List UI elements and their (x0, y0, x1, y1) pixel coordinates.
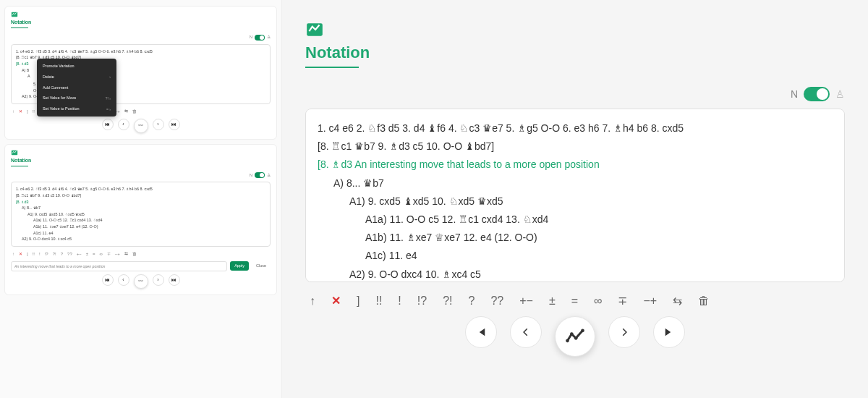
comment-input[interactable]: An interesting move that leads to a more… (11, 261, 227, 271)
skip-end-icon (663, 326, 676, 339)
annot-exclaim[interactable]: ! (398, 295, 401, 308)
thumb-nav-next[interactable]: › (153, 274, 164, 286)
thumb-var1[interactable]: [8. ♖c1 ♛b7 9. ♗d3 c5 10. O-O ♝bd7] (16, 192, 265, 199)
nav-row (305, 316, 845, 357)
thumb-var2[interactable]: [8. ♗d3 (16, 199, 265, 206)
svg-point-3 (566, 339, 569, 343)
svg-point-4 (570, 332, 574, 336)
annot-unclear[interactable]: ∞ (594, 295, 602, 308)
thumb-nav-last[interactable]: ⏭ (169, 274, 180, 286)
logo-icon (305, 20, 324, 39)
thumb-nav-first[interactable]: ⏮ (102, 119, 114, 130)
thumb-A1c[interactable]: A1c) 11. e4 (16, 230, 265, 237)
ctx-add-comment[interactable]: Add Comment (37, 82, 116, 93)
ctx-set-value-move[interactable]: Set Value for Move?! › (37, 93, 116, 103)
toggle-label-n: N (791, 88, 798, 100)
annot-equal[interactable]: = (571, 295, 578, 308)
annot-double-exclaim[interactable]: !! (375, 295, 382, 308)
skip-start-icon (475, 326, 488, 339)
annot-blunder[interactable]: ?? (490, 295, 503, 308)
thumbnails-column: Notation N♙ 1. c4 e6 2. ♘f3 d5 3. d4 ♝f6… (0, 0, 282, 398)
thumb-A1[interactable]: A1) 9. cxd5 ♝xd5 10. ♘xd5 ♛xd5 (16, 211, 265, 218)
nav-analysis-button[interactable] (555, 316, 595, 357)
thumb-A[interactable]: A) 8... ♛b7 (16, 205, 265, 211)
svg-point-5 (574, 336, 578, 340)
page-title: Notation (305, 43, 845, 62)
thumb-nav-prev[interactable]: ‹ (118, 274, 129, 286)
ctx-delete[interactable]: Delete› (37, 72, 116, 82)
notation-box[interactable]: 1. c4 e6 2. ♘f3 d5 3. d4 ♝f6 4. ♘c3 ♛e7 … (305, 109, 845, 282)
svg-point-6 (581, 329, 584, 333)
analysis-icon (565, 326, 585, 347)
title-underline (305, 67, 359, 68)
thumb-title: Notation (11, 156, 271, 164)
figurine-toggle-row: N ♙ (305, 87, 845, 101)
figurine-toggle[interactable] (804, 87, 830, 101)
logo-icon (11, 149, 18, 156)
nav-next-button[interactable] (608, 316, 640, 348)
thumb-nav-analysis[interactable]: 〰 (134, 119, 148, 133)
ctx-promote-variation[interactable]: Promote Variation (37, 61, 116, 72)
thumb-toggle[interactable] (255, 172, 265, 178)
annot-mistake[interactable]: ? (468, 295, 475, 308)
thumb-nav-analysis[interactable]: 〰 (134, 274, 148, 289)
thumbnail-notation-contextmenu: Notation N♙ 1. c4 e6 2. ♘f3 d5 3. d4 ♝f6… (4, 6, 277, 140)
nav-first-button[interactable] (465, 316, 497, 348)
thumb-nav-prev[interactable]: ‹ (118, 119, 129, 130)
thumb-nav-last[interactable]: ⏭ (169, 119, 180, 130)
nav-prev-button[interactable] (510, 316, 542, 348)
annotation-row: ↑ ✕ ] !! ! !? ?! ? ?? +− ± = ∞ ∓ −+ ⇆ 🗑 (310, 294, 841, 308)
thumbnail-notation-comment: Notation N♙ 1. c4 e6 2. ♘f3 d5 3. d4 ♝f6… (4, 144, 277, 295)
thumb-mainline[interactable]: 1. c4 e6 2. ♘f3 d5 3. d4 ♝f6 4. ♘c3 ♛e7 … (16, 48, 265, 55)
move-mainline[interactable]: 1. c4 e6 2. ♘f3 d5 3. d4 ♝f6 4. ♘c3 ♛e7 … (318, 119, 833, 137)
thumb-annot-row: ↑ ✕ ] !! ! !? ?! ? ?? +− ± = ∞ ∓ −+ ⇆ 🗑 (12, 251, 271, 258)
annot-delete-icon[interactable]: ✕ (331, 294, 341, 308)
move-var2[interactable]: [8. ♗d3 An interesting move that leads t… (318, 156, 833, 174)
annot-close-bracket[interactable]: ] (357, 295, 359, 308)
annot-up-arrow-icon[interactable]: ↑ (310, 295, 315, 308)
move-A1c[interactable]: A1c) 11. e4 (318, 247, 833, 265)
annot-dubious[interactable]: ?! (443, 295, 452, 308)
annot-swap-icon[interactable]: ⇆ (673, 294, 682, 308)
move-A2[interactable]: A2) 9. O-O dxc4 10. ♗xc4 c5 (318, 266, 833, 283)
thumb-nav-first[interactable]: ⏮ (102, 274, 114, 286)
chevron-right-icon (619, 327, 629, 337)
thumb-toggle[interactable] (255, 35, 265, 41)
chevron-left-icon (521, 327, 531, 337)
ctx-set-value-position[interactable]: Set Value to Position= › (37, 103, 116, 114)
move-A[interactable]: A) 8... ♛b7 (318, 174, 833, 192)
thumb-mainline[interactable]: 1. c4 e6 2. ♘f3 d5 3. d4 ♝f6 4. ♘c3 ♛e7 … (16, 186, 265, 192)
thumb-nav-next[interactable]: › (153, 119, 164, 130)
logo-icon (11, 11, 18, 18)
annot-trash-icon[interactable]: 🗑 (698, 295, 710, 308)
thumb-A2[interactable]: A2) 9. O-O dxc4 10. ♗xc4 c5 (16, 236, 265, 242)
annot-white-winning[interactable]: +− (519, 295, 533, 308)
move-A1a[interactable]: A1a) 11. O-O c5 12. ♖c1 cxd4 13. ♘xd4 (318, 211, 833, 229)
apply-button[interactable]: Apply (230, 261, 249, 271)
nav-last-button[interactable] (653, 316, 685, 348)
annot-interesting[interactable]: !? (417, 295, 427, 308)
main-panel: Notation N ♙ 1. c4 e6 2. ♘f3 d5 3. d4 ♝f… (282, 0, 868, 398)
move-A1b[interactable]: A1b) 11. ♗xe7 ♕xe7 12. e4 (12. O-O) (318, 229, 833, 247)
move-A1[interactable]: A1) 9. cxd5 ♝xd5 10. ♘xd5 ♛xd5 (318, 192, 833, 211)
thumb-title: Notation (11, 18, 271, 26)
annot-white-better[interactable]: ± (549, 295, 556, 308)
move-var1[interactable]: [8. ♖c1 ♛b7 9. ♗d3 c5 10. O-O ♝bd7] (318, 137, 833, 156)
pawn-icon: ♙ (835, 88, 845, 100)
thumb-A1b[interactable]: A1b) 11. ♗xe7 ♕xe7 12. e4 (12. O-O) (16, 224, 265, 230)
thumb-A1a[interactable]: A1a) 11. O-O c5 12. ♖c1 cxd4 13. ♘xd4 (16, 217, 265, 224)
annot-black-better[interactable]: ∓ (618, 294, 627, 308)
annot-black-winning[interactable]: −+ (643, 295, 657, 308)
context-menu[interactable]: Promote Variation Delete› Add Comment Se… (37, 59, 116, 117)
close-button[interactable]: Close (252, 261, 271, 271)
